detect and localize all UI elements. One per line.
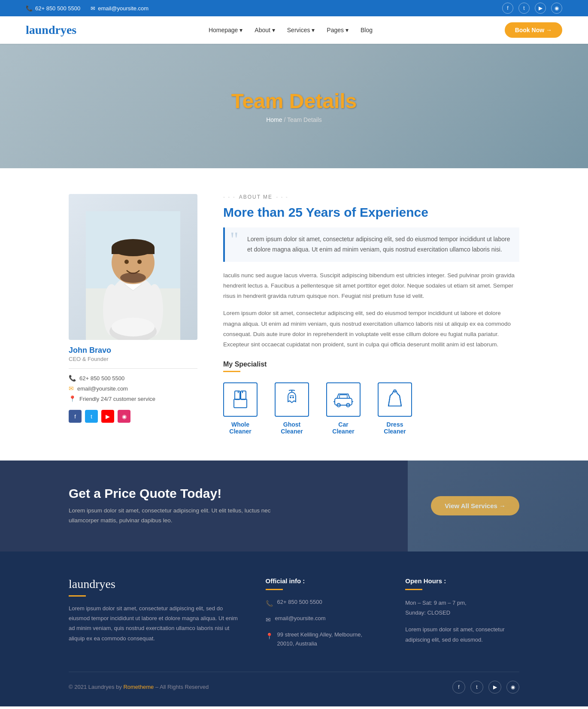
- specialist-underline: [223, 371, 240, 372]
- contact-email: ✉ email@yoursite.com: [69, 385, 197, 392]
- contact-email-address: email@yoursite.com: [77, 385, 128, 392]
- youtube-icon[interactable]: ▶: [535, 3, 546, 14]
- copyright-suffix: – All Rights Reserved: [155, 684, 209, 690]
- footer-address-icon: 📍: [266, 631, 273, 641]
- footer-info-underline: [266, 589, 283, 590]
- navbar: laundryes Homepage ▾ About ▾ Services ▾ …: [0, 16, 588, 44]
- svg-point-6: [124, 260, 129, 264]
- breadcrumb-current: Team Details: [287, 116, 322, 123]
- profile-job-title: CEO & Founder: [69, 356, 197, 362]
- svg-rect-26: [339, 395, 347, 398]
- footer-hours-underline: [405, 589, 422, 590]
- email-info: ✉ email@yoursite.com: [91, 5, 149, 12]
- social-icons: f t ▶ ◉: [69, 410, 197, 423]
- top-bar-left: 📞 62+ 850 500 5500 ✉ email@yoursite.com: [26, 5, 149, 12]
- email-address: email@yoursite.com: [98, 5, 149, 12]
- quote-mark: ": [230, 229, 239, 250]
- phone-contact-icon: 📞: [69, 375, 76, 382]
- footer-hours-title: Open Hours :: [405, 577, 519, 585]
- contact-service-note: Friendly 24/7 customer service: [79, 396, 155, 402]
- instagram-button[interactable]: ◉: [118, 410, 130, 423]
- services-grid: WholeCleaner GhostCleaner: [223, 382, 519, 435]
- breadcrumb-home[interactable]: Home: [266, 116, 282, 123]
- quote-text: Lorem ipsum dolor sit amet, consectetur …: [233, 234, 511, 255]
- twitter-button[interactable]: t: [85, 410, 98, 423]
- footer-info-title: Official info :: [266, 577, 380, 585]
- footer-email-text: email@yoursite.com: [275, 614, 326, 623]
- footer-col-brand: laundryes Lorem ipsum dolor sit amet, co…: [69, 577, 240, 654]
- breadcrumb: Home / Team Details: [231, 116, 357, 123]
- profile-divider: [69, 368, 197, 369]
- footer-hours-desc: Lorem ipsum dolor sit amet, consectetur …: [405, 624, 519, 645]
- phone-number: 62+ 850 500 5500: [35, 5, 80, 12]
- nav-pages[interactable]: Pages ▾: [327, 27, 349, 33]
- svg-rect-14: [241, 391, 246, 400]
- cta-left: Get a Price Quote Today! Lorem ipsum dol…: [69, 486, 431, 526]
- phone-info: 📞 62+ 850 500 5500: [26, 5, 80, 12]
- service-dress-cleaner: DressCleaner: [378, 382, 412, 435]
- quote-block: " Lorem ipsum dolor sit amet, consectetu…: [223, 227, 519, 262]
- facebook-icon[interactable]: f: [502, 3, 513, 14]
- youtube-button[interactable]: ▶: [101, 410, 114, 423]
- body-text-2: Lorem ipsum dolor sit amet, consectetur …: [223, 308, 519, 350]
- hero-section: Team Details Home / Team Details: [0, 44, 588, 168]
- footer-youtube-icon[interactable]: ▶: [488, 681, 501, 694]
- svg-rect-17: [234, 399, 247, 408]
- car-cleaner-label: CarCleaner: [332, 421, 354, 435]
- nav-about[interactable]: About ▾: [255, 27, 275, 33]
- footer: laundryes Lorem ipsum dolor sit amet, co…: [0, 551, 588, 706]
- dress-cleaner-icon-box: [378, 382, 412, 417]
- whole-cleaner-icon-box: [223, 382, 258, 417]
- footer-twitter-icon[interactable]: t: [470, 681, 483, 694]
- service-whole-cleaner: WholeCleaner: [223, 382, 258, 435]
- footer-hours-schedule: Mon – Sat: 9 am – 7 pm,Sunday: CLOSED: [405, 598, 519, 618]
- svg-rect-5: [112, 248, 155, 254]
- contact-phone-number: 62+ 850 500 5500: [79, 375, 124, 382]
- rometheme-link[interactable]: Rometheme: [123, 684, 154, 690]
- twitter-icon[interactable]: t: [518, 3, 530, 14]
- email-icon: ✉: [91, 5, 95, 12]
- nav-homepage[interactable]: Homepage ▾: [209, 27, 242, 33]
- cta-text: Lorem ipsum dolor sit amet, consectetur …: [69, 506, 292, 526]
- breadcrumb-separator: /: [284, 116, 287, 123]
- footer-logo-underline: [69, 595, 86, 597]
- book-now-button[interactable]: Book Now →: [505, 22, 562, 38]
- instagram-icon[interactable]: ◉: [551, 3, 562, 14]
- service-car-cleaner: CarCleaner: [326, 382, 361, 435]
- footer-email-item: ✉ email@yoursite.com: [266, 614, 380, 624]
- email-contact-icon: ✉: [69, 385, 74, 392]
- copyright-text: © 2021 Laundryes by: [69, 684, 122, 690]
- footer-copyright: © 2021 Laundryes by Rometheme – All Righ…: [69, 684, 209, 690]
- footer-instagram-icon[interactable]: ◉: [506, 681, 519, 694]
- whole-cleaner-label: WholeCleaner: [229, 421, 251, 435]
- nav-blog[interactable]: Blog: [361, 27, 373, 33]
- footer-facebook-icon[interactable]: f: [452, 681, 465, 694]
- specialist-title: My Specialist: [223, 361, 519, 368]
- main-section: John Bravo CEO & Founder 📞 62+ 850 500 5…: [0, 168, 588, 461]
- svg-point-19: [292, 397, 294, 398]
- footer-bottom: © 2021 Laundryes by Rometheme – All Righ…: [69, 672, 519, 694]
- ghost-cleaner-label: GhostCleaner: [281, 421, 303, 435]
- footer-col-hours: Open Hours : Mon – Sat: 9 am – 7 pm,Sund…: [405, 577, 519, 654]
- svg-rect-13: [235, 391, 240, 400]
- footer-logo: laundryes: [69, 577, 240, 591]
- ghost-cleaner-icon-box: [275, 382, 309, 417]
- nav-services[interactable]: Services ▾: [287, 27, 315, 33]
- svg-point-8: [120, 273, 146, 283]
- facebook-button[interactable]: f: [69, 410, 82, 423]
- service-ghost-cleaner: GhostCleaner: [275, 382, 309, 435]
- svg-point-7: [137, 260, 142, 264]
- hero-content: Team Details Home / Team Details: [231, 89, 357, 123]
- about-label: ABOUT ME: [223, 194, 519, 200]
- about-title: More than 25 Years of Experience: [223, 205, 519, 220]
- footer-description: Lorem ipsum dolor sit amet, consectetur …: [69, 603, 240, 644]
- footer-email-icon: ✉: [266, 615, 271, 624]
- footer-social-icons: f t ▶ ◉: [452, 681, 519, 694]
- site-logo[interactable]: laundryes: [26, 23, 76, 37]
- contact-info: 📞 62+ 850 500 5500 ✉ email@yoursite.com …: [69, 375, 197, 402]
- cta-section: Get a Price Quote Today! Lorem ipsum dol…: [0, 461, 588, 551]
- phone-icon: 📞: [26, 5, 33, 12]
- about-label-text: ABOUT ME: [239, 194, 273, 200]
- nav-links: Homepage ▾ About ▾ Services ▾ Pages ▾ Bl…: [209, 27, 373, 33]
- footer-address-item: 📍 99 street Keliling Alley, Melbourne, 2…: [266, 630, 380, 648]
